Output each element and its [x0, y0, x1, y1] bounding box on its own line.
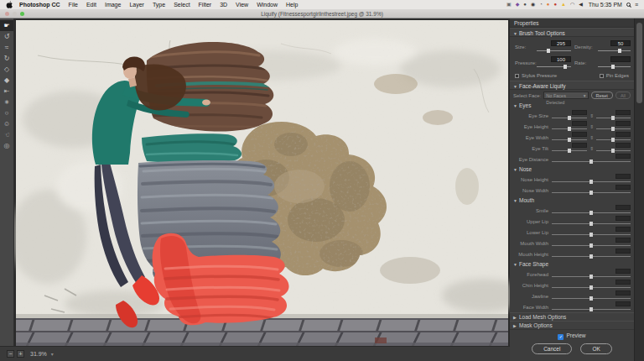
menu-item[interactable]: Edit [86, 2, 96, 8]
section-brush-tool-options[interactable]: ▼Brush Tool Options [510, 28, 634, 37]
menu-item[interactable]: Filter [199, 2, 212, 8]
clock-app-status-icon[interactable]: ◔ [539, 0, 543, 9]
size-slider[interactable]: 295 [537, 39, 571, 55]
menu-clock[interactable]: Thu 5:35 PM [589, 2, 622, 8]
select-face-dropdown[interactable]: No Faces Detected▾ [543, 92, 588, 99]
wifi-icon[interactable]: ◠ [570, 0, 574, 9]
control-center-icon[interactable]: ≡ [635, 2, 638, 8]
value-box[interactable] [615, 227, 631, 232]
display-status-icon[interactable]: ▣ [506, 0, 512, 9]
value-box[interactable] [572, 110, 587, 115]
value-box[interactable] [572, 121, 587, 126]
menu-item[interactable]: Photoshop CC [19, 2, 60, 8]
section-load-mesh-options[interactable]: ▶Load Mesh Options [510, 312, 634, 321]
slider[interactable] [596, 132, 631, 143]
cancel-button[interactable]: Cancel [532, 343, 572, 354]
menu-item[interactable]: Help [286, 2, 298, 8]
face-group-header[interactable]: ▼Mouth [513, 196, 631, 205]
reset-button[interactable]: Reset [591, 92, 613, 99]
value-box[interactable] [615, 290, 631, 296]
value-box[interactable] [615, 185, 631, 190]
shield-status-icon[interactable]: ◆ [516, 0, 520, 9]
panel-scrollbar[interactable] [634, 18, 644, 361]
zoom-tool[interactable]: ◎ [0, 140, 13, 151]
slider[interactable] [552, 301, 631, 312]
search-icon[interactable] [626, 3, 631, 7]
rate-value[interactable] [610, 56, 631, 62]
menu-item[interactable]: Layer [129, 2, 144, 8]
value-box[interactable] [615, 269, 631, 274]
menu-item[interactable]: Image [105, 2, 121, 8]
orange-app-status-icon[interactable]: ● [547, 0, 550, 9]
link-icon[interactable]: ∞ [586, 146, 596, 152]
value-box[interactable] [615, 110, 631, 115]
zoom-caret-icon[interactable]: ▾ [51, 351, 54, 357]
slider[interactable] [552, 269, 631, 280]
pucker-tool[interactable]: ◇ [0, 64, 13, 75]
apple-menu-icon[interactable] [6, 1, 13, 8]
value-box[interactable] [615, 143, 631, 148]
slider[interactable] [552, 110, 587, 121]
menu-item[interactable]: Window [257, 2, 278, 8]
hand-tool[interactable]: ☜ [0, 129, 13, 140]
value-box[interactable] [615, 174, 631, 179]
section-mask-options[interactable]: ▶Mask Options [510, 321, 634, 329]
slider[interactable] [596, 110, 631, 121]
value-box[interactable] [615, 249, 631, 254]
freeze-mask-tool[interactable]: ∗ [0, 97, 13, 107]
slider[interactable] [596, 121, 631, 132]
volume-icon[interactable]: ◀ [579, 0, 583, 9]
ok-button[interactable]: OK [580, 343, 611, 354]
slider[interactable] [552, 205, 631, 216]
menu-item[interactable]: View [236, 2, 248, 8]
face-tool[interactable]: ☺ [0, 118, 13, 129]
size-value[interactable]: 295 [551, 40, 571, 46]
value-box[interactable] [615, 154, 631, 159]
slider[interactable] [552, 185, 631, 196]
link-icon[interactable]: ∞ [586, 135, 596, 141]
rate-slider[interactable] [598, 55, 631, 71]
link-icon[interactable]: ∞ [586, 124, 596, 130]
slider[interactable] [552, 154, 631, 165]
eye-status-icon[interactable]: ◉ [531, 0, 535, 9]
scrollbar-thumb[interactable] [636, 23, 642, 103]
pressure-slider[interactable]: 100 [537, 55, 571, 71]
slider[interactable] [552, 143, 587, 154]
slider[interactable] [552, 216, 631, 227]
value-box[interactable] [615, 205, 631, 210]
smooth-tool[interactable]: ≈ [0, 42, 13, 53]
density-slider[interactable]: 50 [598, 39, 631, 55]
twirl-clockwise-tool[interactable]: ↻ [0, 53, 13, 64]
app-dot-status-icon[interactable]: ● [523, 0, 527, 9]
slider[interactable] [596, 143, 631, 154]
value-box[interactable] [615, 216, 631, 221]
slider[interactable] [552, 238, 631, 249]
menu-item[interactable]: 3D [220, 2, 227, 8]
value-box[interactable] [615, 280, 631, 285]
red-app-status-icon[interactable]: ● [553, 0, 557, 9]
zoom-out-button[interactable]: − [7, 350, 14, 358]
pressure-value[interactable]: 100 [551, 56, 571, 62]
forward-warp-tool[interactable]: ☛ [0, 20, 13, 31]
zoom-level[interactable]: 31.9% [30, 351, 47, 357]
value-box[interactable] [572, 132, 587, 137]
slider[interactable] [552, 174, 631, 185]
value-box[interactable] [615, 238, 631, 243]
value-box[interactable] [615, 132, 631, 137]
slider[interactable] [552, 121, 587, 132]
bloat-tool[interactable]: ◆ [0, 75, 13, 86]
warning-status-icon[interactable]: ▲ [561, 0, 566, 9]
face-group-header[interactable]: ▼Eyes [513, 102, 631, 110]
reconstruct-tool[interactable]: ↺ [0, 31, 13, 42]
preview-checkbox[interactable]: ✓ [558, 334, 564, 340]
menu-item[interactable]: Select [174, 2, 190, 8]
value-box[interactable] [615, 121, 631, 126]
liquify-canvas[interactable] [14, 18, 510, 346]
slider[interactable] [552, 227, 631, 238]
section-face-aware-liquify[interactable]: ▼Face-Aware Liquify [510, 81, 634, 90]
zoom-button[interactable] [20, 12, 24, 16]
push-left-tool[interactable]: ⇤ [0, 86, 13, 97]
link-icon[interactable]: ∞ [586, 113, 596, 119]
minimize-button[interactable] [13, 12, 17, 16]
value-box[interactable] [572, 143, 587, 148]
